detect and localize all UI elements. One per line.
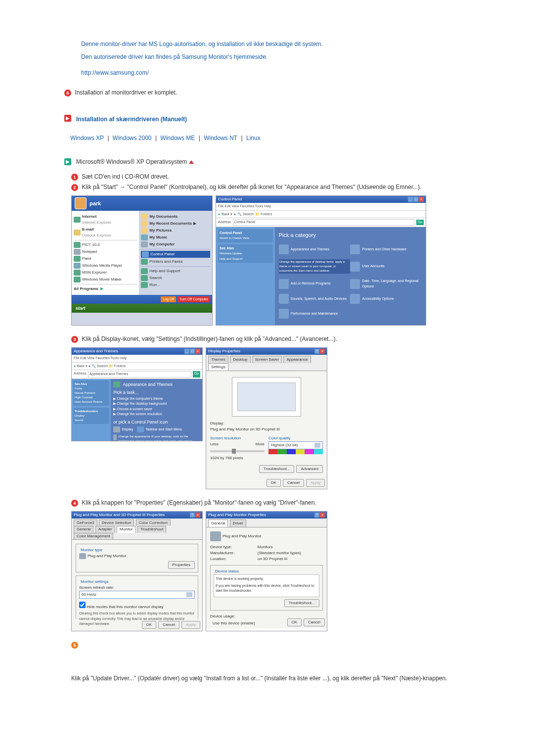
- tab-settings[interactable]: Settings: [208, 363, 228, 371]
- start-item-pict[interactable]: PICT 10.0: [74, 242, 137, 248]
- start-button[interactable]: start: [72, 304, 212, 313]
- task-resolution[interactable]: ▶ Change the screen resolution: [113, 412, 200, 417]
- ok-button[interactable]: OK: [287, 618, 302, 626]
- task-screensaver[interactable]: ▶ Choose a screen saver: [113, 407, 200, 412]
- go-button[interactable]: Go: [416, 220, 424, 225]
- tab-general[interactable]: General: [74, 526, 93, 532]
- link-linux[interactable]: Linux: [246, 135, 261, 142]
- icon-taskbar[interactable]: Taskbar and Start Menu: [137, 426, 182, 432]
- go-button[interactable]: Go: [193, 371, 200, 378]
- start-item-recent[interactable]: My Recent Documents ▶: [141, 221, 210, 227]
- troubleshoot-button[interactable]: Troubleshoot...: [259, 465, 294, 473]
- tab-themes[interactable]: Themes: [208, 356, 228, 363]
- start-item-paint[interactable]: Paint: [74, 256, 137, 262]
- start-item-run[interactable]: Run...: [141, 282, 210, 288]
- tab-geforce3[interactable]: GeForce3: [74, 520, 97, 526]
- turnoff-button[interactable]: Turn Off Computer: [178, 296, 210, 303]
- side-contrast[interactable]: High Contrast: [75, 396, 93, 399]
- close-icon[interactable]: ×: [419, 197, 424, 202]
- start-item-notepad[interactable]: Notepad: [74, 249, 137, 255]
- start-item-msn[interactable]: MSN Explorer: [74, 270, 137, 276]
- start-item-mydocs[interactable]: My Documents: [141, 214, 210, 220]
- start-item-wmp[interactable]: Windows Media Player: [74, 263, 137, 269]
- cat-printers[interactable]: Printers and Other Hardware: [350, 244, 422, 254]
- cat-sounds[interactable]: Sounds, Speech, and Audio Devices: [279, 294, 351, 304]
- properties-button[interactable]: Properties: [168, 561, 195, 569]
- address-field[interactable]: Appearance and Themes: [88, 371, 191, 378]
- cat-performance[interactable]: Performance and Maintenance: [279, 309, 351, 319]
- help-support-link[interactable]: Help and Support: [220, 257, 243, 260]
- tab-driver[interactable]: Driver: [230, 520, 246, 527]
- tab-device-selection[interactable]: Device Selection: [99, 520, 134, 526]
- colorquality-select[interactable]: Highest (32 bit): [268, 441, 323, 449]
- start-item-printers[interactable]: Printers and Faxes: [141, 259, 210, 265]
- help-icon[interactable]: ?: [314, 349, 319, 354]
- close-icon[interactable]: ×: [195, 513, 200, 518]
- advanced-button[interactable]: Advanced: [296, 465, 323, 473]
- start-item-mymusic[interactable]: My Music: [141, 235, 210, 240]
- trouble-display[interactable]: Display: [75, 414, 85, 417]
- refresh-select[interactable]: 60 Hertz: [79, 591, 195, 599]
- resolution-slider[interactable]: [210, 450, 265, 452]
- start-item-wmm[interactable]: Windows Movie Maker: [74, 277, 137, 283]
- start-item-internet[interactable]: InternetInternet Explorer: [74, 214, 137, 226]
- minimize-icon[interactable]: _: [184, 349, 189, 354]
- up-arrow-icon[interactable]: [189, 160, 194, 164]
- tab-general[interactable]: General: [208, 520, 228, 527]
- start-item-email[interactable]: E-mailOutlook Express: [74, 227, 137, 238]
- start-item-controlpanel[interactable]: Control Panel: [141, 251, 210, 258]
- menubar[interactable]: File Edit View Favorites Tools Help: [72, 355, 202, 363]
- tab-color-correction[interactable]: Color Correction: [136, 520, 171, 526]
- troubleshoot-button[interactable]: Troubleshoot...: [284, 599, 319, 607]
- tab-adapter[interactable]: Adapter: [95, 526, 115, 532]
- apply-button[interactable]: Apply: [306, 479, 325, 487]
- side-fonts[interactable]: Fonts: [75, 387, 82, 390]
- tab-appearance[interactable]: Appearance: [283, 356, 311, 363]
- start-item-mypics[interactable]: My Pictures: [141, 228, 210, 234]
- start-item-mycomp[interactable]: My Computer: [141, 241, 210, 247]
- minimize-icon[interactable]: _: [408, 197, 413, 202]
- tab-monitor[interactable]: Monitor: [117, 526, 136, 532]
- close-icon[interactable]: ×: [195, 349, 200, 354]
- start-item-search[interactable]: Search: [141, 275, 210, 281]
- apply-button[interactable]: Apply: [181, 621, 200, 629]
- ok-button[interactable]: OK: [267, 479, 281, 487]
- help-icon[interactable]: ?: [314, 513, 319, 518]
- icon-display[interactable]: Display: [113, 426, 133, 432]
- start-all-programs[interactable]: All Programs ▶: [74, 286, 137, 292]
- maximize-icon[interactable]: □: [413, 197, 418, 202]
- cat-datetime[interactable]: Date, Time, Language, and Regional Optio…: [350, 279, 422, 289]
- samsung-url[interactable]: http://www.samsung.com/: [81, 68, 470, 77]
- close-icon[interactable]: ×: [320, 349, 325, 354]
- menubar[interactable]: File Edit View Favorites Tools Help: [216, 203, 426, 211]
- cat-users[interactable]: User Accounts: [350, 259, 422, 274]
- help-icon[interactable]: ?: [190, 513, 195, 518]
- switch-classic-link[interactable]: Switch to Classic View: [220, 236, 249, 239]
- link-windows-xp[interactable]: Windows XP: [70, 135, 104, 142]
- cancel-button[interactable]: Cancel: [304, 618, 325, 626]
- cat-appearance[interactable]: Appearance and Themes: [279, 244, 351, 254]
- link-windows-me[interactable]: Windows ME: [160, 135, 195, 142]
- side-mouse[interactable]: Mouse Pointers: [75, 391, 95, 394]
- start-item-help[interactable]: Help and Support: [141, 268, 210, 274]
- task-theme[interactable]: ▶ Change the computer's theme: [113, 396, 200, 402]
- link-windows-2000[interactable]: Windows 2000: [113, 135, 152, 142]
- close-icon[interactable]: ×: [320, 513, 325, 518]
- tab-troubleshoot[interactable]: Troubleshoot: [137, 526, 166, 532]
- windows-update-link[interactable]: Windows Update: [220, 252, 242, 255]
- cat-accessibility[interactable]: Accessibility Options: [350, 294, 422, 304]
- address-field[interactable]: Control Panel: [233, 219, 414, 226]
- task-background[interactable]: ▶ Change the desktop background: [113, 401, 200, 407]
- cat-addremove[interactable]: Add or Remove Programs: [279, 279, 351, 289]
- tab-color-management[interactable]: Color Management: [74, 533, 113, 539]
- tab-desktop[interactable]: Desktop: [230, 356, 250, 363]
- ok-button[interactable]: OK: [142, 621, 157, 629]
- logoff-button[interactable]: Log Off: [161, 296, 176, 303]
- hide-modes-checkbox[interactable]: [79, 602, 86, 608]
- tab-screensaver[interactable]: Screen Saver: [252, 356, 282, 363]
- side-userpic[interactable]: User Account Picture: [75, 400, 102, 403]
- link-windows-nt[interactable]: Windows NT: [204, 135, 237, 142]
- cancel-button[interactable]: Cancel: [283, 479, 304, 487]
- maximize-icon[interactable]: □: [190, 349, 195, 354]
- trouble-sound[interactable]: Sound: [75, 419, 83, 422]
